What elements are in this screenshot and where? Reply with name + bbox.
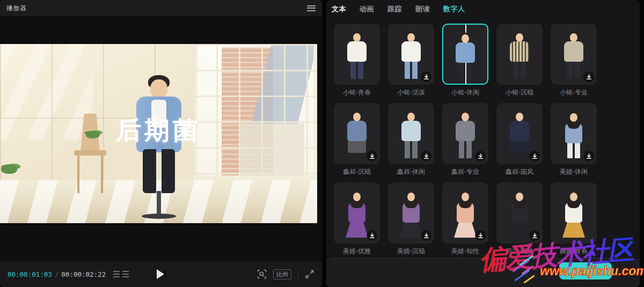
avatar-head — [462, 113, 469, 121]
avatar-label: 小铭-青春 — [334, 88, 380, 97]
avatar-label: 美婧-优雅 — [334, 247, 380, 256]
avatar-head — [353, 33, 361, 42]
avatar-legs — [459, 141, 472, 158]
avatar-card[interactable] — [551, 24, 597, 85]
avatar-head — [570, 33, 577, 42]
avatar-legs — [513, 62, 526, 79]
avatar-cell: 鑫叔-沉稳 — [334, 103, 380, 175]
avatar-cell: 美婧-沉稳 — [388, 182, 434, 254]
video-windows-background — [194, 44, 318, 180]
download-icon[interactable] — [583, 71, 594, 82]
avatar-legs — [567, 141, 580, 158]
avatar-card[interactable] — [551, 103, 597, 164]
inspector-tabs: 文本动画跟踪朗读数字人 — [326, 0, 640, 18]
avatar-cell: 奶盖-优雅 — [496, 182, 543, 254]
tab-1[interactable]: 文本 — [332, 4, 346, 14]
avatar-card[interactable] — [442, 182, 488, 244]
inspector-footer — [326, 259, 640, 287]
download-icon[interactable] — [529, 230, 540, 241]
avatar-torso — [456, 121, 475, 141]
avatar-torso — [347, 121, 367, 141]
player-title: 播放器 — [6, 4, 27, 13]
tab-2[interactable]: 动画 — [360, 4, 374, 14]
avatar-card[interactable] — [442, 24, 488, 85]
avatar-card[interactable] — [334, 103, 380, 164]
total-duration: 00:00:02:22 — [61, 270, 106, 278]
presenter-avatar — [132, 75, 186, 223]
download-icon[interactable] — [583, 151, 594, 161]
preview-focus-icon[interactable] — [257, 269, 267, 279]
avatar-torso — [401, 41, 421, 62]
avatar-head — [516, 193, 523, 201]
video-preview[interactable]: 后期菌 — [0, 44, 317, 223]
download-icon[interactable] — [475, 230, 486, 241]
download-icon[interactable] — [367, 230, 377, 241]
avatar-grid: 小铭-青春 小铭-活泼 — [326, 18, 640, 254]
avatar-card[interactable] — [388, 103, 434, 164]
outdoor-shadow — [251, 44, 317, 124]
frame-list-icon[interactable] — [113, 271, 129, 277]
avatar-card[interactable] — [442, 103, 488, 164]
avatar-torso — [510, 121, 529, 141]
avatar-card[interactable] — [496, 103, 543, 164]
avatar-label: 美婧-沉稳 — [388, 247, 434, 256]
avatar-card[interactable] — [334, 182, 380, 244]
avatar-card[interactable] — [496, 182, 543, 244]
time-separator: / — [55, 270, 59, 278]
avatar-card[interactable] — [388, 24, 434, 85]
avatar-label: 婉婉-青春 — [551, 247, 597, 256]
avatar-figure — [502, 27, 537, 81]
avatar-figure — [340, 27, 374, 81]
avatar-label: 美婧-知性 — [442, 247, 488, 256]
avatar-label: 小铭-专业 — [551, 88, 597, 97]
play-button[interactable] — [157, 269, 165, 279]
avatar-head — [462, 193, 469, 201]
avatar-legs — [405, 141, 418, 158]
download-icon[interactable] — [475, 151, 486, 161]
avatar-label: 鑫叔-专业 — [442, 167, 488, 176]
fullscreen-icon[interactable] — [305, 269, 314, 279]
avatar-head — [516, 33, 523, 42]
download-icon[interactable] — [367, 151, 377, 161]
brick-wall — [222, 47, 273, 176]
download-icon[interactable] — [529, 151, 540, 161]
avatar-torso — [347, 41, 367, 62]
avatar-label: 鑫叔-国风 — [496, 167, 543, 176]
avatar-torso — [456, 42, 475, 63]
avatar-cell: 小铭-休闲 — [442, 24, 488, 95]
avatar-head — [353, 113, 361, 121]
avatar-card[interactable] — [551, 182, 597, 244]
download-icon[interactable] — [421, 151, 431, 161]
avatar-card[interactable] — [334, 24, 380, 85]
tab-4[interactable]: 朗读 — [415, 4, 430, 14]
avatar-head — [462, 34, 469, 43]
current-time: 00:00:01:03 — [8, 270, 52, 278]
avatar-card[interactable] — [496, 24, 543, 85]
add-digital-human-button[interactable] — [559, 262, 612, 279]
avatar-head — [407, 113, 415, 121]
avatar-cell: 小铭-活泼 — [388, 24, 434, 95]
avatar-cell: 小铭-青春 — [334, 24, 380, 95]
avatar-torso — [401, 121, 421, 141]
avatar-label: 美婧-休闲 — [551, 167, 597, 176]
avatar-legs — [348, 140, 366, 153]
tab-3[interactable]: 跟踪 — [387, 4, 402, 14]
hamburger-menu-icon[interactable] — [307, 5, 316, 11]
avatar-legs — [405, 62, 418, 79]
tab-5[interactable]: 数字人 — [443, 4, 465, 14]
avatar-label: 小铭-休闲 — [442, 88, 488, 97]
avatar-label: 小铭-活泼 — [388, 88, 434, 97]
avatar-cell: 美婧-优雅 — [334, 182, 380, 254]
ratio-button[interactable]: 比例 — [273, 269, 291, 279]
video-overlay-text[interactable]: 后期菌 — [0, 114, 317, 148]
avatar-label: 小铭-沉稳 — [496, 88, 543, 97]
download-icon[interactable] — [421, 230, 431, 241]
avatar-cell: 鑫叔-国风 — [496, 103, 543, 175]
avatar-head — [353, 193, 361, 201]
avatar-card[interactable] — [388, 182, 434, 244]
avatar-cell: 小铭-专业 — [551, 24, 597, 95]
avatar-head — [570, 193, 577, 201]
avatar-label: 奶盖-优雅 — [496, 247, 543, 256]
download-icon[interactable] — [421, 71, 431, 82]
player-header: 播放器 — [0, 0, 322, 16]
